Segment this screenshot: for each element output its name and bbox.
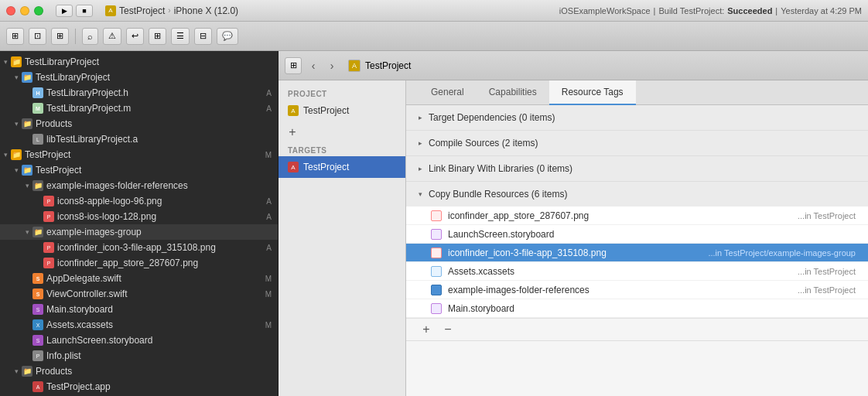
tree-label-tp-apple-logo: icons8-apple-logo-96.png [57, 196, 266, 207]
phase-arrow-copy-bundle: ▾ [419, 190, 422, 198]
tree-item-tp-products[interactable]: 📁Products [0, 364, 278, 379]
tree-item-tp-img-refs[interactable]: 📁example-images-folder-references [0, 178, 278, 193]
stop-button[interactable]: ■ [76, 5, 93, 17]
tree-icon-file-h: H [32, 87, 43, 98]
toolbar: ⊞ ⊡ ⊞ ⌕ ⚠ ↩ ⊞ ☰ ⊟ 💬 [0, 22, 868, 51]
nav-back[interactable]: ‹ [306, 57, 320, 74]
add-target-btn[interactable]: + [285, 125, 300, 140]
nav-forward[interactable]: › [325, 57, 339, 74]
phase-header-copy-bundle[interactable]: ▾Copy Bundle Resources (6 items) [406, 182, 868, 207]
forward-btn[interactable]: ⊞ [149, 28, 166, 45]
tree-item-tp-viewcontroller[interactable]: SViewController.swiftM [0, 286, 278, 302]
phase-section-compile-sources: ▸Compile Sources (2 items) [406, 131, 868, 156]
tree-label-tp-xcassets: Assets.xcassets [46, 319, 265, 330]
comment-btn[interactable]: 💬 [217, 28, 238, 45]
phase-header-compile-sources[interactable]: ▸Compile Sources (2 items) [406, 131, 868, 155]
resource-icon-3 [431, 266, 442, 277]
phase-header-link-binary[interactable]: ▸Link Binary With Libraries (0 items) [406, 156, 868, 181]
phase-content-copy-bundle: iconfinder_app_store_287607.png...in Tes… [406, 207, 868, 340]
tree-item-tp-group[interactable]: 📁TestProject [0, 162, 278, 178]
tree-item-tp-root[interactable]: 📁TestProjectM [0, 147, 278, 162]
content-split: PROJECT A TestProject + TARGETS A TestPr… [279, 80, 868, 396]
phase-header-target-deps[interactable]: ▸Target Dependencies (0 items) [406, 105, 868, 130]
tree-item-tp-appdelegate[interactable]: SAppDelegate.swiftM [0, 271, 278, 286]
add-btn[interactable]: ⊞ [51, 28, 69, 45]
resource-item-1[interactable]: LaunchScreen.storyboard [406, 225, 868, 244]
project-item-label: TestProject [303, 105, 349, 116]
tree-label-tp-appdelegate: AppDelegate.swift [46, 273, 265, 284]
tree-badge-tp-viewcontroller: M [265, 290, 272, 299]
tree-item-tp-ios-logo[interactable]: Picons8-ios-logo-128.pngA [0, 209, 278, 224]
center-panel: ⊞ ‹ › A TestProject PROJECT A TestProjec… [279, 51, 868, 396]
maximize-button[interactable] [34, 6, 43, 15]
resource-item-4[interactable]: example-images-folder-references...in Te… [406, 281, 868, 299]
tree-label-tp-launchscreen: LaunchScreen.storyboard [46, 335, 272, 346]
tree-item-tlp-group[interactable]: 📁TestLibraryProject [0, 70, 278, 85]
tree-label-tlp-h: TestLibraryProject.h [46, 87, 266, 98]
tree-label-tlp-root: TestLibraryProject [25, 56, 272, 67]
tab-general[interactable]: General [419, 80, 477, 105]
phase-label-link-binary: Link Binary With Libraries (0 items) [429, 163, 572, 174]
project-item-icon: A [288, 105, 299, 116]
tree-arrow-tp-ios-logo [32, 211, 43, 222]
add-resource-btn[interactable]: + [419, 322, 434, 337]
settings-tabs: GeneralCapabilitiesResource Tags [406, 80, 868, 105]
resource-item-2[interactable]: iconfinder_icon-3-file-app_315108.png...… [406, 244, 868, 262]
tree-label-tp-group: TestProject [36, 165, 272, 176]
titlebar-controls: ▶ ■ [56, 5, 93, 17]
navigator-toggle[interactable]: ⊞ [6, 28, 24, 45]
resource-item-5[interactable]: Main.storyboard [406, 299, 868, 318]
build-label: Build TestProject: [658, 6, 724, 15]
minimize-button[interactable] [20, 6, 29, 15]
view-toggle[interactable]: ☰ [171, 28, 190, 45]
tree-item-tlp-root[interactable]: 📁TestLibraryProject [0, 54, 278, 70]
resource-item-3[interactable]: Assets.xcassets...in TestProject [406, 262, 868, 281]
tree-item-tp-iconfinder-app[interactable]: Piconfinder_app_store_287607.png [0, 255, 278, 271]
tree-item-tp-app[interactable]: ATestProject.app [0, 379, 278, 394]
tree-item-tlp-lib[interactable]: LlibTestLibraryProject.a [0, 131, 278, 147]
play-button[interactable]: ▶ [56, 5, 73, 17]
project-icon: A [105, 5, 116, 16]
tab-resource-tags[interactable]: Resource Tags [549, 80, 636, 105]
resource-name-1: LaunchScreen.storyboard [448, 229, 856, 240]
resource-item-0[interactable]: iconfinder_app_store_287607.png...in Tes… [406, 207, 868, 225]
target-item-testproject[interactable]: A TestProject [279, 156, 405, 178]
tree-badge-tp-ios-logo: A [266, 213, 272, 221]
back-btn[interactable]: ↩ [126, 28, 144, 45]
hierarchy-btn[interactable]: ⊡ [29, 28, 46, 45]
tree-item-tp-xcassets[interactable]: XAssets.xcassetsM [0, 317, 278, 333]
tab-capabilities[interactable]: Capabilities [477, 80, 549, 105]
tree-item-tlp-m[interactable]: MTestLibraryProject.mA [0, 101, 278, 116]
resource-location-3: ...in TestProject [798, 267, 856, 276]
grid-view-btn[interactable]: ⊞ [285, 57, 302, 74]
tree-icon-group-dark: 📁 [32, 180, 43, 191]
tree-item-tp-info-plist[interactable]: PInfo.plist [0, 348, 278, 364]
tree-item-tp-apple-logo[interactable]: Picons8-apple-logo-96.pngA [0, 193, 278, 209]
close-button[interactable] [6, 6, 15, 15]
warning-btn[interactable]: ⚠ [103, 28, 121, 45]
file-tree: 📁TestLibraryProject📁TestLibraryProjectHT… [0, 51, 278, 396]
device-target: iPhone X (12.0) [174, 5, 238, 16]
remove-resource-btn[interactable]: − [440, 322, 456, 337]
search-btn[interactable]: ⌕ [82, 28, 98, 45]
status-separator: | [654, 6, 656, 15]
phase-arrow-compile-sources: ▸ [419, 139, 422, 147]
tree-item-tp-main-storyboard[interactable]: SMain.storyboard [0, 302, 278, 317]
project-info: A TestProject › iPhone X (12.0) [105, 5, 238, 16]
target-item-label: TestProject [303, 162, 349, 172]
tree-item-tp-img-group[interactable]: 📁example-images-group [0, 224, 278, 240]
resource-name-2: iconfinder_icon-3-file-app_315108.png [448, 248, 702, 258]
tree-item-tp-launchscreen[interactable]: SLaunchScreen.storyboard [0, 333, 278, 348]
tree-item-tp-iconfinder3[interactable]: Piconfinder_icon-3-file-app_315108.pngA [0, 240, 278, 255]
status-separator2: | [775, 6, 777, 15]
grid-btn[interactable]: ⊟ [194, 28, 212, 45]
project-section-label: PROJECT [279, 87, 405, 100]
tree-item-tlp-products[interactable]: 📁Products [0, 116, 278, 131]
tree-item-tlp-h[interactable]: HTestLibraryProject.hA [0, 85, 278, 101]
tree-arrow-tp-xcassets [22, 319, 32, 330]
tree-badge-tp-iconfinder3: A [266, 244, 272, 252]
resource-icon-1 [431, 229, 442, 240]
target-item-icon: A [288, 162, 299, 172]
resource-icon-2 [431, 248, 442, 258]
project-target-item[interactable]: A TestProject [279, 100, 405, 121]
